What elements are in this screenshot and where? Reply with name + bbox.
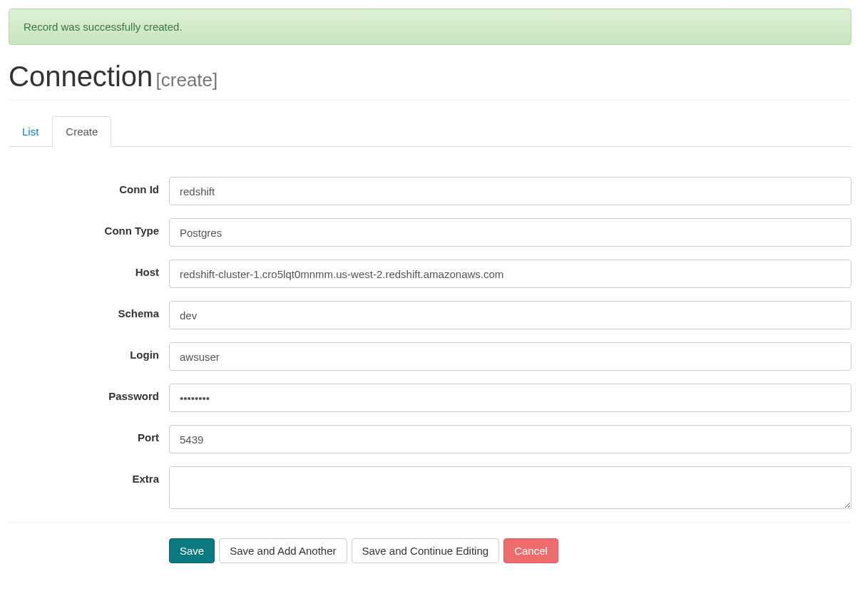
form-group-conn-id: Conn Id (9, 177, 851, 205)
form-actions: Save Save and Add Another Save and Conti… (9, 522, 851, 563)
nav-tabs: List Create (9, 116, 851, 147)
label-extra: Extra (9, 466, 169, 485)
tab-create-item: Create (52, 116, 111, 147)
save-continue-editing-button[interactable]: Save and Continue Editing (352, 538, 500, 563)
tab-list-item: List (9, 116, 52, 147)
input-schema[interactable] (169, 301, 851, 329)
form-group-conn-type: Conn Type (9, 218, 851, 247)
form-group-host: Host (9, 260, 851, 288)
input-password[interactable] (169, 384, 851, 412)
page-subtitle: [create] (156, 69, 218, 91)
label-schema: Schema (9, 301, 169, 319)
cancel-button[interactable]: Cancel (503, 538, 558, 563)
textarea-extra[interactable] (169, 466, 851, 509)
page-header: Connection [create] (9, 61, 851, 101)
input-login[interactable] (169, 342, 851, 371)
label-login: Login (9, 342, 169, 361)
input-host[interactable] (169, 260, 851, 288)
form-group-password: Password (9, 384, 851, 412)
connection-form: Conn Id Conn Type Host Schema Login Pass… (9, 163, 851, 563)
save-button[interactable]: Save (169, 538, 215, 563)
tab-create[interactable]: Create (52, 116, 111, 147)
label-host: Host (9, 260, 169, 278)
label-port: Port (9, 425, 169, 443)
save-add-another-button[interactable]: Save and Add Another (219, 538, 347, 563)
tab-list[interactable]: List (9, 116, 52, 147)
success-alert: Record was successfully created. (9, 9, 851, 45)
page-title: Connection (9, 61, 153, 92)
select-conn-type[interactable] (169, 218, 851, 247)
form-group-login: Login (9, 342, 851, 371)
label-conn-id: Conn Id (9, 177, 169, 195)
input-port[interactable] (169, 425, 851, 453)
input-conn-id[interactable] (169, 177, 851, 205)
label-password: Password (9, 384, 169, 402)
alert-message: Record was successfully created. (24, 21, 183, 33)
form-group-port: Port (9, 425, 851, 453)
form-group-schema: Schema (9, 301, 851, 329)
form-group-extra: Extra (9, 466, 851, 509)
label-conn-type: Conn Type (9, 218, 169, 237)
